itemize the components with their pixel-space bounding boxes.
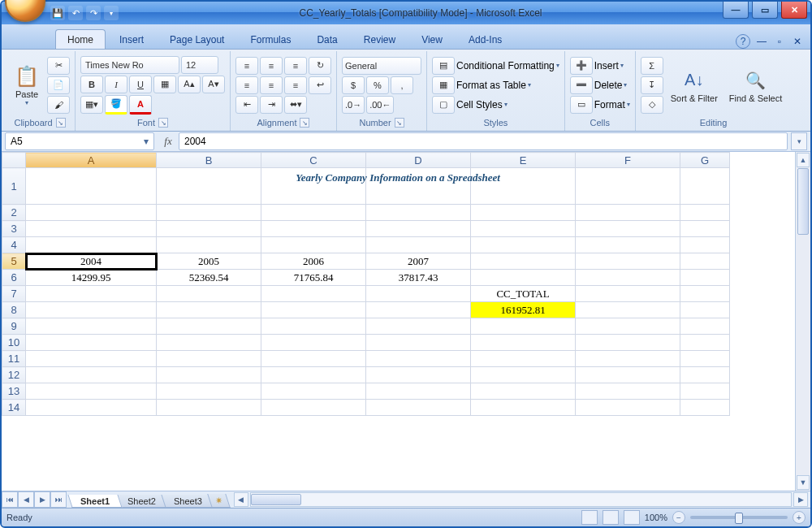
zoom-slider[interactable]: [690, 516, 788, 519]
select-all-corner[interactable]: [2, 153, 26, 168]
fill-button[interactable]: ↧: [641, 76, 663, 94]
decrease-decimal-icon[interactable]: .00←: [366, 96, 394, 114]
formula-input[interactable]: 2004: [179, 132, 788, 150]
align-middle-icon[interactable]: ≡: [260, 57, 283, 75]
cell-A4[interactable]: [26, 237, 157, 253]
expand-formula-bar-icon[interactable]: ▾: [791, 132, 807, 150]
comma-button[interactable]: ,: [391, 76, 413, 94]
qat-customize-icon[interactable]: ▾: [104, 6, 119, 20]
delete-cells-button[interactable]: ➖Delete▾: [570, 76, 630, 94]
col-header-G[interactable]: G: [680, 153, 730, 168]
view-page-layout-icon[interactable]: [603, 510, 619, 525]
insert-cells-button[interactable]: ➕Insert▾: [570, 57, 630, 75]
worksheet-grid[interactable]: A B C D E F G 1 Yearly Company Informati…: [2, 152, 795, 491]
cell-E5[interactable]: [471, 253, 576, 270]
row-header-11[interactable]: 11: [2, 351, 26, 367]
scroll-up-icon[interactable]: ▲: [797, 153, 810, 167]
cell-B5[interactable]: 2005: [157, 253, 261, 270]
font-size-combo[interactable]: 12: [181, 56, 218, 74]
format-as-table-button[interactable]: ▦Format as Table▾: [432, 76, 559, 94]
name-box[interactable]: A5: [5, 132, 154, 150]
row-header-7[interactable]: 7: [2, 286, 26, 302]
cell-A2[interactable]: [26, 205, 157, 221]
help-icon[interactable]: ?: [736, 34, 750, 49]
decrease-font-icon[interactable]: A▾: [202, 76, 225, 93]
cell-D6[interactable]: 37817.43: [366, 270, 471, 286]
currency-button[interactable]: $: [342, 76, 365, 94]
row-header-3[interactable]: 3: [2, 221, 26, 237]
cell-A6[interactable]: 14299.95: [26, 270, 157, 286]
font-launcher-icon[interactable]: ↘: [158, 118, 168, 128]
scroll-left-icon[interactable]: ◀: [234, 492, 248, 507]
row-header-6[interactable]: 6: [2, 270, 26, 286]
view-normal-icon[interactable]: [581, 510, 598, 525]
undo-icon[interactable]: ↶: [68, 6, 83, 20]
align-right-icon[interactable]: ≡: [284, 76, 307, 94]
hscroll-thumb[interactable]: [251, 494, 301, 505]
cell-C5[interactable]: 2006: [261, 253, 366, 270]
doc-close-icon[interactable]: ✕: [791, 35, 804, 48]
col-header-B[interactable]: B: [157, 153, 261, 168]
tab-addins[interactable]: Add-Ins: [456, 29, 514, 49]
vscroll-thumb[interactable]: [797, 168, 809, 235]
cut-icon[interactable]: ✂: [47, 57, 70, 75]
vscroll-track[interactable]: [796, 168, 810, 474]
alignment-launcher-icon[interactable]: ↘: [300, 118, 309, 128]
zoom-out-icon[interactable]: −: [672, 511, 685, 524]
horizontal-scrollbar[interactable]: ◀ ▶: [233, 491, 809, 508]
cell-styles-button[interactable]: ▢Cell Styles▾: [432, 96, 559, 114]
conditional-formatting-button[interactable]: ▤Conditional Formatting▾: [432, 57, 559, 75]
cell-C6[interactable]: 71765.84: [261, 270, 366, 286]
hscroll-track[interactable]: [250, 492, 792, 507]
tab-view[interactable]: View: [409, 29, 455, 49]
col-header-A[interactable]: A: [26, 153, 157, 168]
tab-page-layout[interactable]: Page Layout: [158, 29, 236, 49]
close-button[interactable]: ✕: [781, 2, 807, 19]
row-header-13[interactable]: 13: [2, 383, 26, 400]
cell-D5[interactable]: 2007: [366, 253, 471, 270]
cell-A5[interactable]: 2004: [26, 253, 157, 270]
row-header-8[interactable]: 8: [2, 302, 26, 318]
scroll-right-icon[interactable]: ▶: [793, 492, 808, 507]
copy-icon[interactable]: 📄: [47, 76, 70, 94]
tab-data[interactable]: Data: [304, 29, 349, 49]
increase-indent-icon[interactable]: ⇥: [260, 96, 283, 114]
tab-review[interactable]: Review: [352, 29, 408, 49]
increase-font-icon[interactable]: A▴: [178, 76, 201, 93]
tab-formulas[interactable]: Formulas: [238, 29, 303, 49]
scroll-down-icon[interactable]: ▼: [797, 475, 810, 490]
cell-E6[interactable]: [471, 270, 576, 286]
increase-decimal-icon[interactable]: .0→: [342, 96, 365, 114]
row-header-4[interactable]: 4: [2, 237, 26, 253]
minimize-button[interactable]: —: [723, 2, 749, 19]
doc-minimize-icon[interactable]: —: [755, 35, 768, 48]
col-header-F[interactable]: F: [576, 153, 680, 168]
font-name-combo[interactable]: Times New Ro: [80, 56, 179, 74]
cell-B6[interactable]: 52369.54: [157, 270, 261, 286]
row-header-14[interactable]: 14: [2, 400, 26, 416]
clipboard-launcher-icon[interactable]: ↘: [56, 118, 66, 128]
format-cells-button[interactable]: ▭Format▾: [570, 96, 630, 114]
fill-color-button[interactable]: 🪣: [105, 95, 127, 115]
row-header-1[interactable]: 1: [2, 168, 26, 205]
zoom-level[interactable]: 100%: [645, 513, 667, 522]
office-button[interactable]: [5, 0, 45, 22]
cell-A1[interactable]: Yearly Company Information on a Spreadsh…: [26, 168, 157, 205]
clear-button[interactable]: ◇: [641, 96, 663, 114]
save-icon[interactable]: 💾: [50, 6, 65, 20]
bold-button[interactable]: B: [80, 76, 103, 93]
row-header-5[interactable]: 5: [2, 253, 26, 270]
row-header-9[interactable]: 9: [2, 318, 26, 335]
sheet-tab-2[interactable]: Sheet2: [114, 495, 168, 508]
view-page-break-icon[interactable]: [624, 510, 640, 525]
row-header-10[interactable]: 10: [2, 335, 26, 351]
zoom-in-icon[interactable]: +: [793, 511, 806, 524]
paste-button[interactable]: 📋 Paste ▾: [10, 61, 44, 109]
new-sheet-tab-icon[interactable]: ✷: [207, 494, 231, 508]
align-left-icon[interactable]: ≡: [235, 76, 258, 94]
tab-insert[interactable]: Insert: [107, 29, 156, 49]
row-header-12[interactable]: 12: [2, 367, 26, 383]
maximize-button[interactable]: ▭: [752, 2, 778, 19]
percent-button[interactable]: %: [366, 76, 389, 94]
col-header-E[interactable]: E: [471, 153, 576, 168]
